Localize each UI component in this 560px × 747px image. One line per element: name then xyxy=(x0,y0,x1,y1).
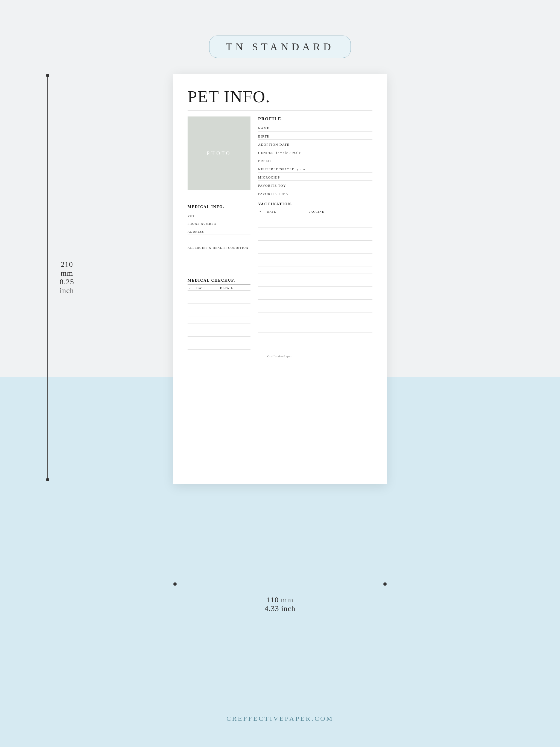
tn-badge: TN STANDARD xyxy=(209,35,351,58)
left-column: PHOTO xyxy=(187,117,251,197)
top-two-col: PHOTO PROFILE. NAME BIRTH ADOPTION DATE … xyxy=(187,117,373,197)
vaccination-section: VACCINATION. ✓ DATE VACCINE xyxy=(258,202,373,350)
medical-info-section: MEDICAL INFO. VET PHONE NUMBER ADDRESS A… xyxy=(187,205,251,272)
field-birth-label: BIRTH xyxy=(258,134,270,138)
field-birth: BIRTH xyxy=(258,131,373,140)
table-row xyxy=(258,214,373,221)
dim-dot-top xyxy=(46,74,49,77)
vacc-header-row: ✓ DATE VACCINE xyxy=(258,208,373,214)
table-row xyxy=(258,313,373,319)
table-row xyxy=(258,274,373,280)
field-neutered: NEUTERED/SPAYED y / n xyxy=(258,164,373,173)
table-row xyxy=(258,306,373,313)
field-favorite-toy: FAVORITE TOY xyxy=(258,181,373,189)
field-address: ADDRESS xyxy=(187,227,251,235)
field-favorite-treat: FAVORITE TREAT xyxy=(258,189,373,197)
table-row xyxy=(258,293,373,300)
left-bottom-col: MEDICAL INFO. VET PHONE NUMBER ADDRESS A… xyxy=(187,202,251,350)
site-footer: CREFFECTIVEPAPER.COM xyxy=(226,715,334,722)
table-row xyxy=(258,319,373,326)
field-gender: GENDER female / male xyxy=(258,148,373,156)
vertical-label: 210 mm 8.25 inch xyxy=(59,260,74,295)
table-row xyxy=(258,326,373,333)
address-label: ADDRESS xyxy=(187,230,204,233)
h-dim-dot-left xyxy=(173,583,177,586)
table-row xyxy=(187,297,251,304)
vet-label: VET xyxy=(187,214,195,217)
table-row xyxy=(258,280,373,287)
checkup-title: MEDICAL CHECKUP. xyxy=(187,278,251,283)
field-vet: VET xyxy=(187,211,251,219)
table-row xyxy=(258,234,373,241)
vaccination-table: ✓ DATE VACCINE xyxy=(258,208,373,333)
checkup-col-check: ✓ xyxy=(187,285,195,291)
page-title: PET INFO. xyxy=(187,87,373,106)
vertical-dimension: 210 mm 8.25 inch xyxy=(46,74,49,481)
field-microchip: MICROCHIP xyxy=(258,173,373,181)
vacc-col-vaccine: VACCINE xyxy=(307,208,373,214)
horizontal-mm: 110 mm xyxy=(264,595,295,604)
dim-line-vertical xyxy=(47,77,48,478)
profile-section: PROFILE. NAME BIRTH ADOPTION DATE GENDER… xyxy=(258,117,373,197)
document-card: PET INFO. PHOTO PROFILE. NAME BIRTH ADOP… xyxy=(173,74,387,484)
table-row xyxy=(258,247,373,254)
field-adoption-date: ADOPTION DATE xyxy=(258,140,373,148)
medical-info-title: MEDICAL INFO. xyxy=(187,205,251,209)
field-adoption-label: ADOPTION DATE xyxy=(258,143,289,147)
h-dim-dot-right xyxy=(383,583,387,586)
vacc-col-check: ✓ xyxy=(258,208,266,214)
field-gender-label: GENDER xyxy=(258,151,274,155)
phone-label: PHONE NUMBER xyxy=(187,222,216,225)
blank-row-4 xyxy=(187,265,251,272)
field-microchip-label: MICROCHIP xyxy=(258,176,280,180)
tn-badge-label: TN STANDARD xyxy=(226,41,334,52)
blank-row-2 xyxy=(187,251,251,258)
table-row xyxy=(258,267,373,274)
vacc-col-date: DATE xyxy=(266,208,307,214)
vertical-mm: 210 mm xyxy=(59,260,74,278)
table-row xyxy=(258,260,373,267)
table-row xyxy=(187,337,251,343)
profile-title: PROFILE. xyxy=(258,117,373,121)
field-breed-label: BREED xyxy=(258,159,271,163)
field-breed: BREED xyxy=(258,156,373,164)
field-allergies: ALLERGIES & HEALTH CONDITION xyxy=(187,243,251,251)
field-neutered-options: y / n xyxy=(297,168,305,172)
horizontal-dimension xyxy=(173,583,387,586)
horizontal-inch: 4.33 inch xyxy=(264,604,295,613)
table-row xyxy=(187,343,251,350)
checkup-col-detail: DETAIL xyxy=(219,285,251,291)
allergies-label: ALLERGIES & HEALTH CONDITION xyxy=(187,246,249,249)
table-row xyxy=(187,291,251,297)
table-row xyxy=(258,228,373,234)
checkup-col-date: DATE xyxy=(195,285,219,291)
field-neutered-label: NEUTERED/SPAYED xyxy=(258,168,295,172)
dim-dot-bottom xyxy=(46,478,49,481)
blank-row-3 xyxy=(187,258,251,265)
horizontal-label: 110 mm 4.33 inch xyxy=(264,595,295,613)
field-treat-label: FAVORITE TREAT xyxy=(258,192,290,196)
bottom-two-col: MEDICAL INFO. VET PHONE NUMBER ADDRESS A… xyxy=(187,202,373,350)
field-name-label: NAME xyxy=(258,126,269,130)
field-name: NAME xyxy=(258,123,373,131)
vertical-inch: 8.25 inch xyxy=(59,278,74,295)
checkup-header-row: ✓ DATE DETAIL xyxy=(187,285,251,291)
h-dim-line xyxy=(177,584,383,584)
field-gender-options: female / male xyxy=(276,151,301,155)
blank-row-1 xyxy=(187,235,251,242)
table-row xyxy=(187,310,251,317)
table-row xyxy=(258,241,373,247)
checkup-table: ✓ DATE DETAIL xyxy=(187,285,251,350)
table-row xyxy=(187,324,251,330)
website-url: CREFFECTIVEPAPER.COM xyxy=(226,715,334,722)
field-phone: PHONE NUMBER xyxy=(187,219,251,227)
table-row xyxy=(187,304,251,310)
table-row xyxy=(258,254,373,260)
title-divider xyxy=(187,110,373,110)
allergies-section: ALLERGIES & HEALTH CONDITION xyxy=(187,243,251,251)
table-row xyxy=(187,317,251,324)
table-row xyxy=(258,287,373,293)
table-row xyxy=(258,221,373,228)
photo-label: PHOTO xyxy=(207,151,231,156)
medical-checkup-section: MEDICAL CHECKUP. ✓ DATE DETAIL xyxy=(187,278,251,350)
